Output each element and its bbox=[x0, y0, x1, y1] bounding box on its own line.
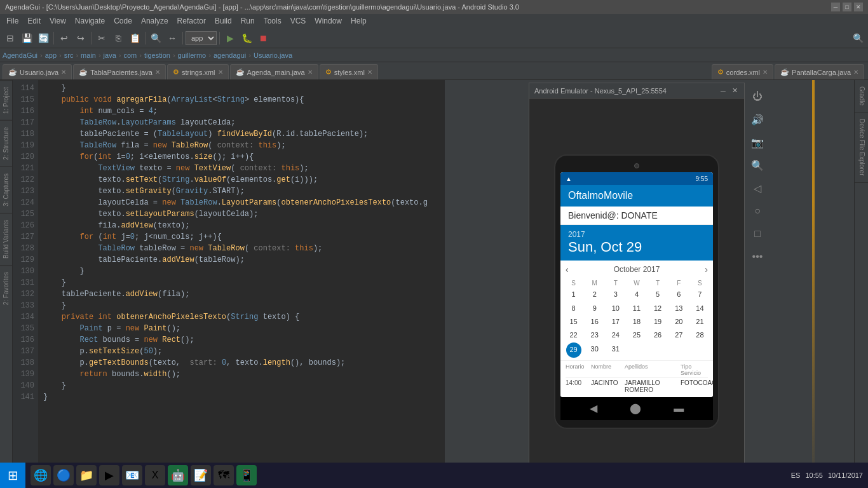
menu-analyze[interactable]: Analyze bbox=[137, 15, 172, 27]
cal-day-6[interactable]: 6 bbox=[668, 288, 689, 301]
cal-day-8[interactable]: 8 bbox=[563, 302, 584, 315]
taskbar-notepad[interactable]: 📝 bbox=[191, 465, 211, 485]
toolbar-btn-3[interactable]: 🔄 bbox=[36, 30, 51, 46]
tab-cordes[interactable]: ⚙ cordes.xml ✕ bbox=[712, 64, 773, 79]
cal-day-20[interactable]: 20 bbox=[668, 315, 689, 329]
menu-file[interactable]: File bbox=[3, 15, 22, 27]
phone-home-button[interactable]: ⬤ bbox=[630, 402, 641, 414]
cal-day-13[interactable]: 13 bbox=[668, 302, 689, 315]
cal-day-1[interactable]: 1 bbox=[563, 288, 584, 301]
menu-view[interactable]: View bbox=[46, 15, 70, 27]
cal-day-12[interactable]: 12 bbox=[648, 302, 668, 315]
cal-day-25[interactable]: 25 bbox=[626, 329, 647, 342]
cal-day-15[interactable]: 15 bbox=[563, 315, 584, 329]
toolbar-search[interactable]: 🔍 bbox=[148, 30, 163, 46]
emu-back-emu-button[interactable]: ◁ bbox=[749, 179, 766, 197]
taskbar-as[interactable]: 🤖 bbox=[168, 465, 188, 485]
run-button[interactable]: ▶ bbox=[222, 30, 238, 46]
toolbar-btn-1[interactable]: ⊟ bbox=[3, 30, 18, 46]
phone-back-button[interactable]: ◀ bbox=[590, 402, 597, 414]
close-tab-usuario[interactable]: ✕ bbox=[61, 69, 66, 76]
toolbar-paste[interactable]: 📋 bbox=[127, 30, 142, 46]
emu-close[interactable]: ✕ bbox=[730, 86, 739, 95]
taskbar-chrome[interactable]: 🌐 bbox=[31, 465, 51, 485]
tab-pantallacarga[interactable]: ☕ PantallaCarga.java ✕ bbox=[775, 64, 864, 79]
menu-edit[interactable]: Edit bbox=[24, 15, 44, 27]
tab-agendamain[interactable]: ☕ Agenda_main.java ✕ bbox=[230, 64, 318, 79]
close-tab-cordes[interactable]: ✕ bbox=[763, 69, 768, 76]
start-button[interactable]: ⊞ bbox=[0, 463, 25, 488]
bc-app[interactable]: app bbox=[45, 51, 57, 59]
cal-day-31[interactable]: 31 bbox=[605, 342, 626, 358]
bc-src[interactable]: src bbox=[64, 51, 74, 59]
panel-build-variants[interactable]: Build Variants bbox=[0, 213, 12, 265]
bc-agendagui[interactable]: AgendaGui bbox=[3, 51, 37, 59]
cal-day-3[interactable]: 3 bbox=[605, 288, 626, 301]
menu-navigate[interactable]: Navigate bbox=[71, 15, 109, 27]
search-everywhere[interactable]: 🔍 bbox=[850, 30, 865, 46]
taskbar-media[interactable]: ▶ bbox=[99, 465, 119, 485]
close-tab-strings[interactable]: ✕ bbox=[218, 69, 223, 76]
stop-button[interactable]: ⏹ bbox=[255, 30, 271, 46]
menu-window[interactable]: Window bbox=[311, 15, 346, 27]
toolbar-btn-2[interactable]: 💾 bbox=[19, 30, 34, 46]
cal-day-21[interactable]: 21 bbox=[689, 315, 710, 329]
toolbar-redo[interactable]: ↪ bbox=[73, 30, 88, 46]
emu-camera-button[interactable]: 📷 bbox=[749, 133, 766, 151]
toolbar-replace[interactable]: ↔ bbox=[165, 30, 180, 46]
toolbar-cut[interactable]: ✂ bbox=[94, 30, 109, 46]
taskbar-maps[interactable]: 🗺 bbox=[214, 465, 234, 485]
menu-refactor[interactable]: Refactor bbox=[173, 15, 210, 27]
panel-device-file-explorer[interactable]: Device File Explorer bbox=[855, 112, 868, 182]
cal-day-24[interactable]: 24 bbox=[605, 329, 626, 342]
emu-more-button[interactable]: ••• bbox=[749, 248, 766, 266]
cal-day-18[interactable]: 18 bbox=[626, 315, 647, 329]
emu-volume-button[interactable]: 🔊 bbox=[749, 111, 766, 128]
code-content[interactable]: } public void agregarFila(ArrayList<Stri… bbox=[38, 80, 445, 488]
emu-square-button[interactable]: □ bbox=[749, 225, 766, 243]
bc-guillermo[interactable]: guillermo bbox=[178, 51, 207, 59]
bc-com[interactable]: com bbox=[123, 51, 137, 59]
menu-build[interactable]: Build bbox=[211, 15, 236, 27]
bc-agendagui2[interactable]: agendagui bbox=[214, 51, 246, 59]
close-button[interactable]: ✕ bbox=[854, 3, 863, 11]
cal-day-2[interactable]: 2 bbox=[584, 288, 605, 301]
tab-strings[interactable]: ⚙ strings.xml ✕ bbox=[167, 64, 229, 79]
cal-day-17[interactable]: 17 bbox=[605, 315, 626, 329]
taskbar-xampp[interactable]: X bbox=[145, 465, 165, 485]
code-area[interactable]: 114 115 116 117 118 119 120 121 122 123 … bbox=[13, 80, 445, 488]
minimize-button[interactable]: ─ bbox=[831, 3, 840, 11]
toolbar-copy[interactable]: ⎘ bbox=[111, 30, 126, 46]
emu-circle-button[interactable]: ○ bbox=[749, 202, 766, 220]
app-selector[interactable]: app bbox=[186, 31, 217, 45]
maximize-button[interactable]: □ bbox=[843, 3, 851, 11]
cal-day-27[interactable]: 27 bbox=[668, 329, 689, 342]
tab-usuario[interactable]: ☕ Usuario.java ✕ bbox=[3, 64, 72, 79]
menu-code[interactable]: Code bbox=[110, 15, 136, 27]
cal-day-23[interactable]: 23 bbox=[584, 329, 605, 342]
cal-day-14[interactable]: 14 bbox=[689, 302, 710, 315]
cal-next-button[interactable]: › bbox=[705, 264, 708, 274]
phone-recents-button[interactable]: ▬ bbox=[674, 403, 684, 414]
taskbar-outlook[interactable]: 📧 bbox=[122, 465, 142, 485]
bc-usuario[interactable]: Usuario.java bbox=[254, 51, 292, 59]
tab-styles[interactable]: ⚙ styles.xml ✕ bbox=[320, 64, 378, 79]
taskbar-android[interactable]: 📱 bbox=[236, 465, 257, 485]
cal-day-16[interactable]: 16 bbox=[584, 315, 605, 329]
bc-java[interactable]: java bbox=[104, 51, 116, 59]
panel-structure[interactable]: 2: Structure bbox=[0, 120, 12, 166]
tab-tablapacientes[interactable]: ☕ TablaPacientes.java ✕ bbox=[73, 64, 166, 79]
cal-day-22[interactable]: 22 bbox=[563, 329, 584, 342]
cal-day-9[interactable]: 9 bbox=[584, 302, 605, 315]
emu-zoom-button[interactable]: 🔍 bbox=[749, 156, 766, 174]
emu-power-button[interactable]: ⏻ bbox=[749, 88, 766, 105]
close-tab-styles[interactable]: ✕ bbox=[367, 69, 372, 76]
menu-vcs[interactable]: VCS bbox=[287, 15, 310, 27]
close-tab-tablapacientes[interactable]: ✕ bbox=[155, 69, 160, 76]
cal-day-4[interactable]: 4 bbox=[626, 288, 647, 301]
close-tab-agendamain[interactable]: ✕ bbox=[308, 69, 313, 76]
emu-minimize[interactable]: ─ bbox=[719, 86, 728, 95]
close-tab-pantallacarga[interactable]: ✕ bbox=[853, 69, 858, 76]
menu-help[interactable]: Help bbox=[347, 15, 370, 27]
cal-day-30[interactable]: 30 bbox=[584, 342, 605, 358]
